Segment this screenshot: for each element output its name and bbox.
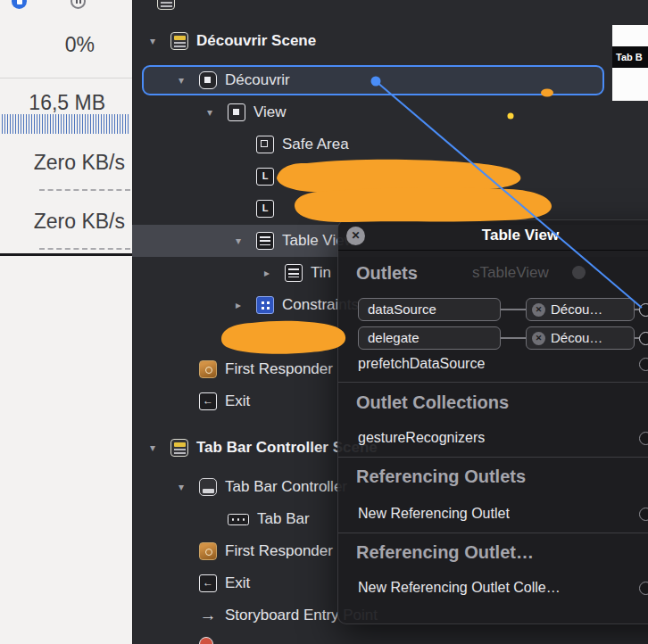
chevron-down-icon[interactable] <box>174 471 188 503</box>
outline-row-label: First Responder <box>225 353 333 385</box>
storyboard-canvas-sliver: Tab B <box>612 25 648 101</box>
chevron-right-icon[interactable] <box>260 257 274 289</box>
tab-bar-icon <box>228 514 249 525</box>
section-separator <box>338 533 648 533</box>
exit-icon <box>199 574 217 592</box>
chevron-down-icon[interactable] <box>174 64 188 96</box>
connections-popup: Table View sTableView Outlets dataSource… <box>337 219 648 624</box>
bleed-through-x-circle-icon <box>572 266 586 279</box>
outlets-header: Outlets <box>356 261 418 285</box>
connection-well[interactable] <box>639 303 648 317</box>
outline-row-label: Découvrir <box>225 64 290 96</box>
outlet-name-pill[interactable]: dataSource <box>358 298 501 321</box>
outlet-row-gesturerecognizers: gestureRecognizers <box>338 426 648 450</box>
connection-link-line <box>501 309 526 310</box>
outline-row-view[interactable]: View <box>0 96 648 128</box>
constraints-icon <box>256 296 274 314</box>
outlet-target: Décou… <box>551 327 602 349</box>
connection-well[interactable] <box>639 432 648 445</box>
outline-row-decouvrir[interactable]: Découvrir <box>0 64 648 96</box>
record-button-icon[interactable] <box>12 0 27 9</box>
outline-row-label: View <box>253 96 287 128</box>
pause-button-icon[interactable] <box>71 0 86 9</box>
chevron-right-icon[interactable] <box>231 289 245 321</box>
label-icon <box>256 200 274 218</box>
outline-row-relationship[interactable] <box>0 630 648 644</box>
outlet-target: Décou… <box>551 299 602 320</box>
chevron-down-icon[interactable] <box>145 25 160 57</box>
outlet-collections-header: Outlet Collections <box>356 391 509 414</box>
tab-bar-controller-icon <box>199 478 217 496</box>
first-responder-icon <box>199 542 217 560</box>
first-responder-icon <box>199 360 217 378</box>
outlet-name: New Referencing Outlet Colle… <box>358 576 561 599</box>
table-view-icon <box>256 232 274 250</box>
outlet-target-pill[interactable]: Décou… <box>526 326 635 350</box>
view-icon <box>228 103 245 121</box>
label-icon <box>256 168 274 186</box>
chevron-down-icon[interactable] <box>231 225 245 257</box>
connection-well[interactable] <box>639 358 648 371</box>
scene-icon <box>170 439 188 457</box>
chevron-down-icon[interactable] <box>203 96 217 128</box>
entry-point-arrow-icon <box>199 607 217 624</box>
row-new-referencing-outlet-collection: New Referencing Outlet Colle… <box>338 576 648 599</box>
disconnect-icon[interactable] <box>532 303 545 317</box>
outlet-name: dataSource <box>359 301 436 317</box>
table-cell-icon <box>285 264 303 282</box>
section-separator <box>338 457 648 458</box>
outline-row-safe-area[interactable]: Safe Area <box>0 128 648 161</box>
referencing-outlet-collections-header: Referencing Outlet… <box>356 541 534 564</box>
row-new-referencing-outlet: New Referencing Outlet <box>338 502 648 525</box>
scene-icon-partial <box>157 0 175 10</box>
view-controller-icon <box>199 71 217 89</box>
outline-row-label: Tab Bar <box>257 503 310 535</box>
outline-row-label: Exit <box>225 385 250 417</box>
outline-row-label: First Responder <box>225 535 333 567</box>
chevron-down-icon[interactable] <box>145 432 160 464</box>
disconnect-icon[interactable] <box>532 332 545 345</box>
outline-row-label: Découvrir Scene <box>196 25 316 57</box>
tab-bar-item[interactable]: Tab B <box>612 46 648 68</box>
section-separator <box>338 382 648 383</box>
scene-icon <box>170 32 188 50</box>
outline-row-decouvrir-scene[interactable]: Découvrir Scene <box>0 25 648 57</box>
relationship-icon <box>199 637 213 644</box>
outlet-target-pill[interactable]: Décou… <box>526 298 635 321</box>
bleed-through-text: sTableView <box>472 261 549 285</box>
outlet-name: New Referencing Outlet <box>358 502 510 525</box>
outline-row-label: Tin <box>311 257 331 289</box>
star-icon <box>256 328 274 346</box>
outlet-name: gestureRecognizers <box>358 426 485 450</box>
outlet-name: prefetchDataSource <box>358 352 485 376</box>
connection-link-line <box>501 337 526 339</box>
outlet-row-delegate: delegate Décou… <box>338 326 648 350</box>
outlet-name: delegate <box>359 330 420 345</box>
outline-row-label: Safe Area <box>282 128 349 161</box>
safe-area-icon <box>256 136 274 153</box>
connection-well[interactable] <box>639 332 648 345</box>
connection-well[interactable] <box>639 582 648 595</box>
outlet-name-pill[interactable]: delegate <box>358 326 501 350</box>
outlet-row-prefetchdatasource: prefetchDataSource <box>338 352 648 376</box>
outlet-row-datasource: dataSource Décou… <box>338 298 648 321</box>
referencing-outlets-header: Referencing Outlets <box>356 465 526 488</box>
xcode-window: 0% 16,5 MB Zero KB/s Zero KB/s Découvrir… <box>0 0 648 644</box>
outline-row-label-1[interactable] <box>0 161 648 193</box>
exit-icon <box>199 392 217 410</box>
close-icon[interactable] <box>346 227 365 245</box>
popup-title: Table View <box>338 220 648 251</box>
outline-row-label: Exit <box>225 567 250 599</box>
outline-row-label: Tab Bar Controller <box>225 471 347 503</box>
connection-well[interactable] <box>639 508 648 521</box>
